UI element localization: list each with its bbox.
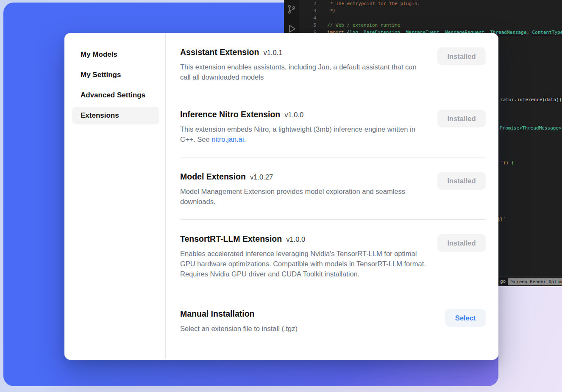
extension-version: v1.0.1: [263, 49, 282, 57]
extension-description: This extension enables assistants, inclu…: [180, 62, 427, 82]
extension-info: Model Extension v1.0.27 Model Management…: [180, 172, 427, 207]
select-button[interactable]: Select: [445, 309, 486, 327]
extension-title: TensortRT-LLM Extension: [180, 234, 282, 244]
extension-title: Manual Installation: [180, 309, 255, 319]
extension-description: Model Management Extension provides mode…: [180, 186, 427, 207]
settings-sidebar: My Models My Settings Advanced Settings …: [64, 33, 166, 360]
code-line: 3 */: [299, 7, 562, 14]
code-line: 2 * The entrypoint for the plugin.: [299, 0, 562, 7]
sidebar-item-advanced-settings[interactable]: Advanced Settings: [72, 86, 159, 104]
code-text: * The entrypoint for the plugin.: [327, 0, 420, 7]
installed-button-assistant[interactable]: Installed: [437, 47, 486, 65]
extension-description: Select an extension file to install (.tg…: [180, 323, 298, 334]
source-control-icon[interactable]: [287, 4, 297, 14]
status-text: go: [500, 279, 506, 284]
code-token: ContentType: [532, 30, 562, 35]
extension-description: Enables accelerated inference leveraging…: [180, 248, 427, 279]
sidebar-item-extensions[interactable]: Extensions: [72, 107, 159, 124]
extension-title: Assistant Extension: [180, 47, 259, 57]
extension-info: TensortRT-LLM Extension v1.0.0 Enables a…: [180, 234, 427, 279]
code-text: // Web / extension runtime: [327, 22, 400, 29]
extension-version: v1.0.0: [286, 235, 305, 243]
extension-row-manual-installation: Manual Installation Select an extension …: [180, 292, 486, 346]
installed-button-model[interactable]: Installed: [437, 172, 486, 190]
extension-info: Assistant Extension v1.0.1 This extensio…: [180, 47, 427, 82]
code-text: */: [327, 7, 336, 14]
line-number: 2: [299, 0, 322, 7]
extension-info: Manual Installation Select an extension …: [180, 309, 298, 334]
line-number: 4: [299, 14, 322, 22]
installed-button-inference-nitro[interactable]: Installed: [437, 110, 486, 127]
run-debug-icon[interactable]: [287, 24, 297, 34]
code-fragment: Promise<ThreadMessage>: [500, 125, 562, 131]
screen-reader-chip[interactable]: Screen Reader Optimize: [508, 278, 562, 285]
extension-title: Inference Nitro Extension: [180, 110, 280, 119]
settings-modal: My Models My Settings Advanced Settings …: [64, 33, 498, 360]
extension-row-inference-nitro: Inference Nitro Extension v1.0.0 This ex…: [180, 95, 486, 157]
code-token: ,: [526, 30, 532, 35]
extension-row-tensorrt-llm: TensortRT-LLM Extension v1.0.0 Enables a…: [180, 220, 486, 292]
sidebar-item-my-models[interactable]: My Models: [72, 46, 159, 63]
extensions-panel: Assistant Extension v1.0.1 This extensio…: [166, 33, 498, 360]
sidebar-item-my-settings[interactable]: My Settings: [72, 66, 159, 84]
code-line: 4: [299, 14, 562, 22]
extension-row-assistant: Assistant Extension v1.0.1 This extensio…: [180, 33, 486, 95]
line-number: 5: [299, 22, 322, 29]
extension-info: Inference Nitro Extension v1.0.0 This ex…: [180, 110, 427, 144]
installed-button-tensorrt-llm[interactable]: Installed: [437, 234, 486, 252]
extension-title: Model Extension: [180, 172, 246, 182]
code-fragment: rator.inference(data));: [500, 97, 562, 102]
extension-version: v1.0.27: [250, 173, 273, 181]
code-line: 5 // Web / extension runtime: [299, 22, 562, 29]
code-fragment: ")) {: [500, 160, 514, 166]
extension-description: This extension embeds Nitro, a lightweig…: [180, 124, 427, 144]
extension-version: v1.0.0: [284, 111, 303, 119]
nitro-jan-ai-link[interactable]: nitro.jan.ai.: [211, 135, 246, 143]
extension-row-model: Model Extension v1.0.27 Model Management…: [180, 157, 486, 220]
line-number: 3: [299, 7, 322, 14]
